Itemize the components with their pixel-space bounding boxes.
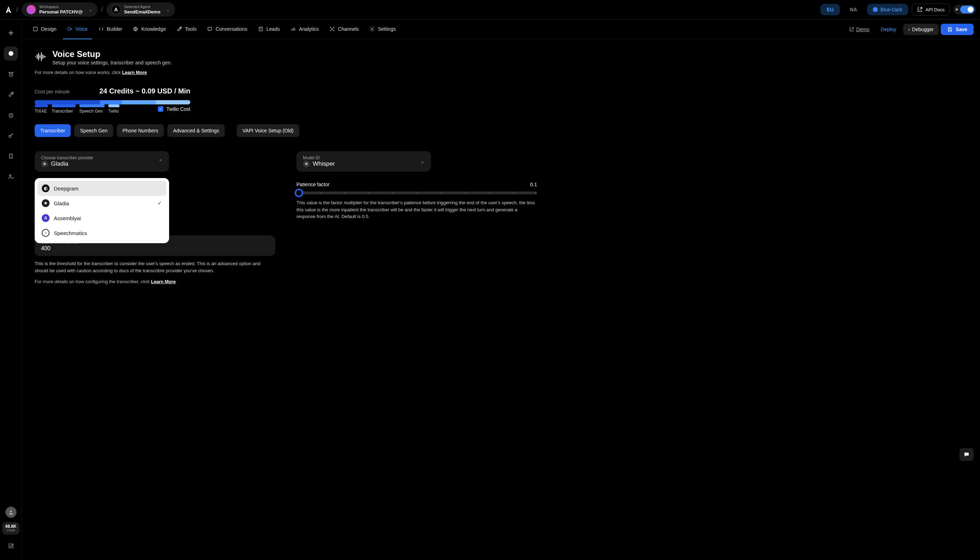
legend-twilio: Twilio — [108, 109, 119, 113]
subtab-vapi[interactable]: VAPI Voice Setup (Old) — [237, 124, 299, 137]
add-button[interactable] — [4, 26, 18, 40]
region-eu-button[interactable]: EU — [821, 4, 840, 15]
chat-icon — [207, 26, 213, 32]
knowledge-icon — [133, 26, 138, 32]
region-na-button[interactable]: NA — [844, 4, 863, 15]
subtab-advanced[interactable]: Advanced & Settings — [167, 124, 225, 137]
cost-bar — [35, 100, 190, 105]
utterance-value: 400 — [41, 245, 269, 252]
deploy-link[interactable]: Deploy — [876, 27, 902, 32]
theme-label: Blue-Dark — [880, 7, 902, 12]
model-value: Whisper — [313, 160, 335, 167]
learn-more-link[interactable]: Learn More — [122, 70, 147, 75]
tab-knowledge[interactable]: Knowledge — [128, 20, 170, 39]
patience-slider[interactable] — [296, 192, 537, 194]
save-button[interactable]: Save — [941, 24, 973, 35]
option-gladia[interactable]: Gladia✓ — [38, 196, 166, 211]
analytics-icon — [291, 26, 296, 32]
tab-tools[interactable]: Tools — [172, 20, 201, 39]
twilio-cost-checkbox[interactable]: ✓ — [158, 106, 163, 112]
building-icon[interactable] — [4, 149, 18, 163]
tab-settings[interactable]: Settings — [365, 20, 400, 39]
api-docs-button[interactable]: API Docs — [912, 3, 950, 15]
provider-select[interactable]: Choose transcriber provider Gladia ⌃ — [35, 151, 169, 172]
demo-link[interactable]: Demo — [845, 27, 874, 32]
learn-more-link-2[interactable]: Learn More — [151, 279, 176, 284]
chevron-up-icon: ⌃ — [158, 158, 163, 164]
tools-tab-icon — [176, 26, 182, 32]
slider-thumb[interactable] — [295, 189, 303, 197]
leads-icon — [258, 26, 264, 32]
subtab-phone-numbers[interactable]: Phone Numbers — [117, 124, 164, 137]
model-label: Model ID — [303, 155, 416, 160]
svg-point-4 — [10, 510, 12, 512]
page-subtitle: Setup your voice settings, transcriber a… — [52, 60, 172, 65]
store-icon[interactable] — [4, 67, 18, 81]
api-docs-label: API Docs — [925, 7, 945, 12]
svg-point-0 — [8, 51, 13, 56]
provider-selected: Gladia — [51, 160, 68, 167]
utterance-desc: This is the threshold for the transcribe… — [35, 260, 275, 274]
chevron-down-icon: ⌄ — [420, 158, 425, 164]
whisper-icon — [303, 160, 310, 167]
users-icon[interactable] — [4, 170, 18, 184]
model-select[interactable]: Model ID Whisper ⌄ — [296, 151, 431, 172]
agent-selector[interactable]: A Selected Agent SendEmailDemo ⌄ — [106, 2, 176, 17]
circle-icon[interactable] — [4, 47, 18, 60]
svg-point-16 — [372, 28, 373, 30]
debugger-button[interactable]: ‹Debugger — [903, 24, 938, 35]
external-icon — [849, 27, 854, 32]
feedback-button[interactable] — [960, 448, 973, 461]
workspace-label: Workspace — [39, 5, 83, 9]
patience-label: Patience factor — [296, 182, 329, 187]
tab-leads[interactable]: Leads — [254, 20, 284, 39]
credits-label: Creds — [5, 529, 16, 532]
svg-rect-6 — [68, 28, 70, 30]
svg-point-10 — [261, 28, 261, 29]
option-speechmatics[interactable]: ○Speechmatics — [38, 225, 166, 240]
channels-icon — [329, 26, 335, 32]
svg-point-1 — [9, 135, 11, 137]
option-deepgram[interactable]: ◐Deepgram — [38, 181, 166, 196]
chevron-down-icon: ⌄ — [88, 7, 93, 12]
tab-voice[interactable]: Voice — [63, 20, 92, 39]
tab-channels[interactable]: Channels — [325, 20, 363, 39]
svg-point-13 — [333, 27, 334, 28]
app-logo[interactable] — [4, 5, 13, 14]
svg-rect-8 — [208, 27, 212, 30]
page-title: Voice Setup — [52, 49, 172, 59]
user-avatar[interactable] — [5, 507, 17, 518]
option-assemblyai[interactable]: AAssemblyai — [38, 211, 166, 225]
agent-label: Selected Agent — [124, 5, 161, 9]
tab-design[interactable]: Design — [28, 20, 61, 39]
provider-dropdown: ◐Deepgram Gladia✓ AAssemblyai ○Speechmat… — [35, 178, 169, 243]
check-icon: ✓ — [158, 200, 162, 207]
sun-icon: ☀ — [955, 7, 959, 12]
waveform-icon — [35, 51, 47, 62]
subtab-speech-gen[interactable]: Speech Gen — [74, 124, 113, 137]
voice-icon — [67, 26, 73, 32]
tab-builder[interactable]: Builder — [94, 20, 127, 39]
workspace-selector[interactable]: Workspace Personal PATCHV@ ⌄ — [22, 2, 98, 17]
credits-badge[interactable]: 48.6K Creds — [2, 522, 19, 535]
agent-avatar: A — [111, 5, 121, 14]
tab-conversations[interactable]: Conversations — [203, 20, 252, 39]
bug-icon[interactable] — [4, 108, 18, 122]
breadcrumb-slash-2: / — [101, 6, 103, 13]
design-icon — [33, 26, 38, 32]
agent-value: SendEmailDemo — [124, 9, 161, 15]
tab-analytics[interactable]: Analytics — [286, 20, 323, 39]
tools-icon[interactable] — [4, 87, 18, 102]
key-icon[interactable] — [4, 128, 18, 143]
svg-point-12 — [330, 27, 331, 28]
legend-tixae: TIXAE — [35, 109, 47, 113]
theme-selector[interactable]: Blue-Dark — [867, 4, 908, 15]
puzzle-icon[interactable] — [4, 539, 18, 553]
subtab-transcriber[interactable]: Transcriber — [35, 124, 71, 137]
cost-value: 24 Credits ~ 0.09 USD / Min — [100, 87, 190, 95]
dark-mode-toggle[interactable] — [960, 6, 974, 13]
help-line: For more details on how voice works, cli… — [35, 70, 967, 75]
cost-label: Cost per minute — [35, 89, 70, 95]
svg-point-15 — [333, 30, 334, 31]
svg-rect-5 — [33, 27, 38, 31]
